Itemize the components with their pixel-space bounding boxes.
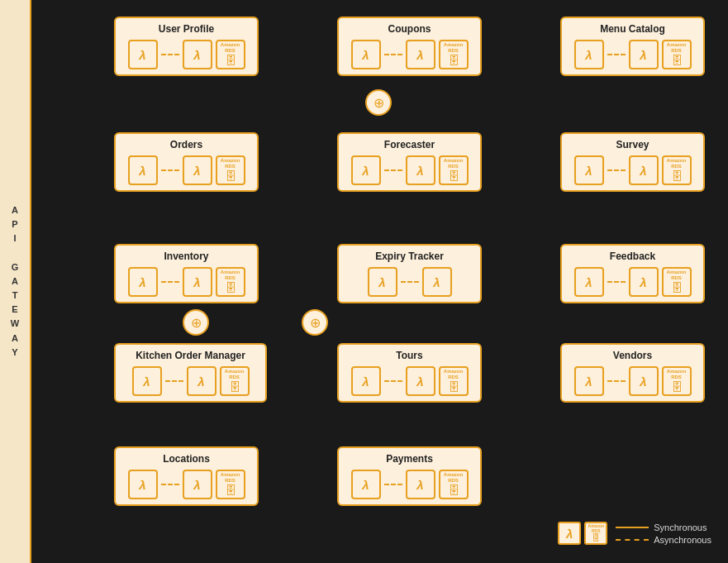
connector-line (607, 54, 626, 55)
card-title: Inventory (122, 250, 250, 262)
card-forecaster: Forecaster λ λ AmazonRDS 🗄 (337, 132, 482, 192)
rds-icon: AmazonRDS 🗄 (216, 155, 245, 185)
lambda-icon: λ (183, 40, 212, 69)
legend-sync: λ AmazonRDS 🗄 Synchronous Asynchronous (558, 522, 711, 545)
card-inventory: Inventory λ λ AmazonRDS 🗄 (114, 244, 259, 303)
api-gateway-sidebar: A P I G A T E W A Y (0, 0, 31, 563)
lambda-icon: λ (368, 267, 397, 297)
connector-line (161, 484, 179, 485)
lambda-icon: λ (406, 366, 435, 396)
lambda-icon: λ (406, 40, 435, 69)
lambda-icon: λ (422, 267, 452, 297)
lambda-icon: λ (351, 470, 381, 499)
lambda-icon: λ (183, 155, 212, 185)
card-title: Menu Catalog (569, 23, 697, 35)
hub-symbol: ⊕ (310, 315, 321, 331)
legend-synchronous-item: Synchronous (616, 522, 711, 532)
lambda-icon: λ (128, 267, 158, 297)
lambda-icon: λ (187, 366, 216, 396)
card-orders: Orders λ λ AmazonRDS 🗄 (114, 132, 259, 192)
connector-line (607, 281, 626, 283)
lambda-icon: λ (128, 40, 158, 69)
lambda-icon: λ (574, 366, 604, 396)
async-line (616, 539, 649, 541)
rds-icon: AmazonRDS 🗄 (216, 470, 245, 499)
card-title: Expiry Tracker (345, 250, 473, 262)
connector-line (161, 54, 179, 55)
sidebar-letter: A (12, 333, 18, 344)
legend-icons: λ AmazonRDS 🗄 (558, 522, 607, 545)
synchronous-label: Synchronous (654, 522, 707, 532)
lambda-icon: λ (629, 40, 659, 69)
event-hub-3: ⊕ (302, 309, 328, 336)
lambda-icon: λ (351, 40, 381, 69)
card-expiry-tracker: Expiry Tracker λ λ (337, 244, 482, 303)
lambda-icon: λ (183, 267, 212, 297)
sync-line (616, 527, 649, 528)
hub-symbol: ⊕ (191, 315, 202, 331)
connector-line (161, 169, 179, 171)
connector-line (161, 281, 179, 283)
sidebar-letter: G (12, 262, 19, 273)
sidebar-letter: E (12, 304, 17, 315)
lambda-icon: λ (128, 155, 158, 185)
card-title: Locations (122, 453, 250, 465)
connector-line (607, 380, 626, 382)
legend-lambda-icon: λ (558, 522, 581, 545)
event-hub-2: ⊕ (183, 309, 209, 336)
rds-icon: AmazonRDS 🗄 (662, 267, 692, 297)
lambda-icon: λ (128, 470, 158, 499)
lambda-icon: λ (351, 155, 381, 185)
lambda-icon: λ (574, 40, 604, 69)
sidebar-letter: P (12, 219, 17, 230)
lambda-icon: λ (629, 155, 659, 185)
card-title: User Profile (122, 23, 250, 35)
sidebar-letter: T (12, 290, 18, 301)
lambda-icon: λ (351, 366, 381, 396)
legend: λ AmazonRDS 🗄 Synchronous Asynchronous (558, 522, 711, 545)
rds-icon: AmazonRDS 🗄 (439, 40, 469, 69)
sidebar-letter: Y (12, 347, 17, 358)
sidebar-letter: A (12, 276, 18, 287)
card-survey: Survey λ λ AmazonRDS 🗄 (560, 132, 705, 192)
lambda-icon: λ (574, 267, 604, 297)
card-vendors: Vendors λ λ AmazonRDS 🗄 (560, 343, 705, 403)
rds-icon: AmazonRDS 🗄 (216, 40, 245, 69)
sidebar-letter: W (11, 318, 19, 329)
card-payments: Payments λ λ AmazonRDS 🗄 (337, 446, 482, 506)
card-title: Vendors (569, 350, 697, 361)
rds-icon: AmazonRDS 🗄 (662, 366, 692, 396)
card-title: Feedback (569, 250, 697, 262)
sidebar-letter: I (13, 233, 16, 244)
card-title: Tours (345, 350, 473, 361)
lambda-icon: λ (629, 267, 659, 297)
card-kitchen-order-manager: Kitchen Order Manager λ λ AmazonRDS 🗄 (114, 343, 267, 403)
event-hub-1: ⊕ (365, 89, 392, 116)
sidebar-letter: A (12, 205, 18, 216)
sidebar-letter (13, 248, 16, 259)
connector-line (384, 169, 402, 171)
card-title: Forecaster (345, 139, 473, 150)
card-title: Survey (569, 139, 697, 150)
card-title: Kitchen Order Manager (122, 350, 259, 361)
legend-asynchronous-item: Asynchronous (616, 535, 711, 545)
rds-icon: AmazonRDS 🗄 (439, 470, 469, 499)
connector-line (384, 54, 402, 55)
lambda-icon: λ (629, 366, 659, 396)
lambda-icon: λ (406, 470, 435, 499)
rds-icon: AmazonRDS 🗄 (439, 155, 469, 185)
lambda-icon: λ (574, 155, 604, 185)
card-coupons: Coupons λ λ AmazonRDS 🗄 (337, 17, 482, 76)
legend-rds-icon: AmazonRDS 🗄 (584, 522, 607, 545)
card-menu-catalog: Menu Catalog λ λ AmazonRDS 🗄 (560, 17, 705, 76)
lambda-icon: λ (132, 366, 162, 396)
main-content: User Profile λ λ AmazonRDS 🗄 Coupons λ λ… (31, 0, 728, 563)
asynchronous-label: Asynchronous (654, 535, 711, 545)
rds-icon: AmazonRDS 🗄 (216, 267, 245, 297)
hub-symbol: ⊕ (374, 95, 384, 111)
card-user-profile: User Profile λ λ AmazonRDS 🗄 (114, 17, 259, 76)
connector-line (384, 380, 402, 382)
lambda-icon: λ (183, 470, 212, 499)
card-title: Orders (122, 139, 250, 150)
connector-line (384, 484, 402, 485)
